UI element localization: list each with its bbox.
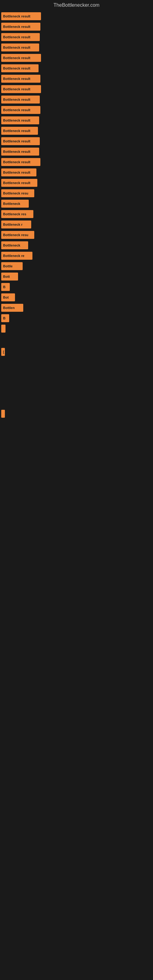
bar-label: Bottleneck — [3, 202, 20, 205]
bar-row: Bottleneck result — [0, 148, 153, 156]
bottleneck-bar: Bottleneck result — [1, 116, 39, 124]
bottleneck-bar: Bottleneck r — [1, 221, 31, 229]
bar-label: Bottleneck result — [3, 25, 30, 29]
bottleneck-bar: Bot — [1, 293, 15, 301]
bar-row: Bottleneck resu — [0, 231, 153, 239]
bottleneck-bar: Bottleneck result — [1, 43, 39, 51]
bottleneck-bar: Bottleneck result — [1, 95, 40, 103]
bottleneck-bar: Bottleneck result — [1, 179, 37, 187]
site-header: TheBottlenecker.com — [0, 0, 153, 9]
bottleneck-bar: Bottle — [1, 262, 22, 270]
bar-row: Bottleneck result — [0, 116, 153, 124]
bar-row: Bottlen — [0, 304, 153, 312]
bar-label: Bottleneck result — [3, 87, 30, 91]
bar-row: Bottle — [0, 262, 153, 270]
bar-row: Bottleneck result — [0, 127, 153, 135]
bar-row: Bottleneck res — [0, 210, 153, 218]
bottleneck-bar: Bottleneck result — [1, 137, 40, 145]
bar-row: Bottleneck result — [0, 95, 153, 103]
bottleneck-bar: Bottlen — [1, 304, 23, 312]
bar-row: Bottleneck result — [0, 85, 153, 93]
bar-label: Bottleneck re — [3, 254, 24, 258]
bar-label: B — [3, 317, 5, 320]
bar-row: Bottleneck — [0, 241, 153, 249]
bottleneck-bar: Bottleneck result — [1, 158, 40, 166]
bottleneck-bar: Bottleneck result — [1, 12, 41, 20]
bar-row: Bottleneck result — [0, 75, 153, 83]
bar-label: Bottleneck result — [3, 108, 30, 112]
bar-label: Bottlen — [3, 306, 15, 310]
bar-label: [ — [3, 350, 4, 354]
bottleneck-bar: Bottleneck — [1, 200, 29, 208]
bottleneck-bar: Bottleneck result — [1, 54, 41, 62]
bar-label: Bottle — [3, 264, 13, 268]
bar-label: Bottleneck res — [3, 212, 26, 216]
bar-label: Bottleneck result — [3, 77, 30, 81]
bottleneck-bar — [1, 410, 5, 418]
bar-label: Bot — [3, 296, 9, 299]
bar-row — [0, 384, 153, 395]
bar-label: Bottleneck result — [3, 14, 30, 18]
bar-label: Bottleneck result — [3, 35, 30, 39]
bar-label: Bottleneck result — [3, 170, 30, 174]
bottleneck-bar: Bottleneck re — [1, 252, 32, 260]
bottleneck-bar: Bottleneck result — [1, 169, 37, 177]
bar-row: Bottleneck result — [0, 23, 153, 30]
bar-label: Bottleneck result — [3, 67, 30, 70]
bottleneck-bar: Bott — [1, 272, 18, 280]
bar-row: Bottleneck result — [0, 179, 153, 187]
bar-row — [0, 325, 153, 332]
bar-row — [0, 397, 153, 407]
bar-row: [ — [0, 348, 153, 356]
bottleneck-bar: Bottleneck result — [1, 148, 39, 156]
bar-row: Bottleneck r — [0, 221, 153, 229]
bottleneck-bar: [ — [1, 348, 5, 356]
bar-row: Bottleneck result — [0, 12, 153, 20]
bar-row: Bottleneck result — [0, 169, 153, 177]
bar-row: Bott — [0, 272, 153, 280]
bar-label: Bottleneck result — [3, 119, 30, 122]
bar-label: Bottleneck result — [3, 139, 30, 143]
bottleneck-bar: Bottleneck result — [1, 85, 41, 93]
bottleneck-bar: B — [1, 283, 10, 291]
bar-row — [0, 335, 153, 345]
bar-row — [0, 371, 153, 382]
bar-label: B — [3, 285, 5, 289]
bar-row — [0, 358, 153, 369]
bar-row: Bottleneck — [0, 200, 153, 208]
bar-label: Bottleneck result — [3, 150, 30, 153]
bottleneck-bar: Bottleneck result — [1, 106, 40, 114]
bottleneck-bar: Bottleneck res — [1, 210, 33, 218]
bottleneck-bar: Bottleneck result — [1, 127, 38, 135]
bottleneck-bar: Bottleneck result — [1, 75, 40, 83]
bottleneck-bar: Bottleneck — [1, 241, 28, 249]
bar-row: B — [0, 283, 153, 291]
bar-row: Bottleneck result — [0, 33, 153, 41]
bar-label: Bottleneck result — [3, 56, 30, 60]
bar-row: Bottleneck result — [0, 43, 153, 51]
bottleneck-bar: Bottleneck result — [1, 33, 40, 41]
bar-label: Bottleneck result — [3, 98, 30, 101]
bar-label: Bottleneck result — [3, 160, 30, 164]
bar-label: Bottleneck r — [3, 223, 22, 226]
bar-label: Bottleneck resu — [3, 233, 29, 237]
bar-row: Bottleneck re — [0, 252, 153, 260]
bottleneck-bar: Bottleneck resu — [1, 189, 34, 197]
bar-row: Bot — [0, 293, 153, 301]
bar-label: Bottleneck result — [3, 46, 30, 49]
bar-label: Bott — [3, 275, 10, 278]
bar-label: Bottleneck — [3, 243, 20, 247]
bar-label: Bottleneck result — [3, 181, 30, 185]
bar-row — [0, 410, 153, 418]
bar-row: Bottleneck result — [0, 54, 153, 62]
bottleneck-bar: B — [1, 314, 9, 322]
bar-row: B — [0, 314, 153, 322]
bottleneck-bar — [1, 325, 5, 332]
site-title: TheBottlenecker.com — [0, 0, 153, 9]
bar-label: Bottleneck result — [3, 129, 30, 133]
bars-container: Bottleneck resultBottleneck resultBottle… — [0, 9, 153, 418]
bar-row: Bottleneck resu — [0, 189, 153, 197]
bar-label: Bottleneck resu — [3, 191, 29, 195]
bottleneck-bar: Bottleneck resu — [1, 231, 34, 239]
bar-row: Bottleneck result — [0, 106, 153, 114]
